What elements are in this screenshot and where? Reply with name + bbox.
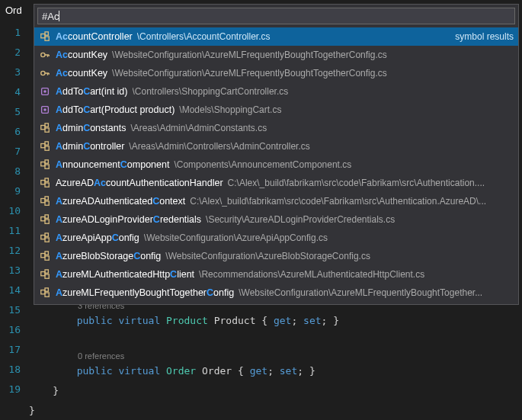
svg-rect-32 xyxy=(45,252,48,255)
class-icon xyxy=(39,195,51,207)
result-path: C:\Alex\_build\fabrikam\src\code\Fabrika… xyxy=(190,196,486,207)
result-path: \Controllers\ShoppingCartController.cs xyxy=(133,86,289,97)
svg-rect-33 xyxy=(41,272,45,276)
search-result-item[interactable]: AzureBlobStorageConfig\WebsiteConfigurat… xyxy=(34,247,518,265)
result-path: C:\Alex\_build\fabrikam\src\code\Fabrika… xyxy=(228,178,485,188)
code-line: public virtual Order Order { get; set; } xyxy=(25,361,522,381)
svg-rect-26 xyxy=(45,215,48,218)
svg-rect-15 xyxy=(41,162,45,166)
svg-rect-27 xyxy=(41,236,45,239)
result-path: \Areas\Admin\AdminConstants.cs xyxy=(130,123,267,133)
svg-rect-16 xyxy=(45,165,49,168)
svg-rect-19 xyxy=(45,183,49,187)
search-result-item[interactable]: AzureApiAppConfig\WebsiteConfiguration\A… xyxy=(34,229,518,247)
search-result-item[interactable]: AddToCart(Product product)\Models\Shoppi… xyxy=(34,101,518,119)
result-name: AccountKey xyxy=(56,68,107,79)
tab-label[interactable]: Ord xyxy=(5,5,22,16)
result-path: \WebsiteConfiguration\AzureApiAppConfig.… xyxy=(144,232,328,243)
line-number: 2 xyxy=(0,43,25,63)
class-icon xyxy=(39,30,51,43)
result-name: AzureADAccountAuthenticationHandler xyxy=(56,178,223,188)
result-name: AdminController xyxy=(56,141,124,152)
result-path: \WebsiteConfiguration\AzureMLFrequentlyB… xyxy=(112,68,387,79)
class-icon xyxy=(39,232,51,244)
result-path: \WebsiteConfiguration\AzureMLFrequentlyB… xyxy=(112,50,387,60)
navigate-to-popup: #Ac AccountController\Controllers\Accoun… xyxy=(34,4,519,305)
result-name: AzureADLoginProviderCredentials xyxy=(56,214,201,225)
search-result-item[interactable]: AdminConstants\Areas\Admin\AdminConstant… xyxy=(34,119,518,137)
svg-rect-22 xyxy=(45,201,49,205)
class-icon xyxy=(39,287,51,299)
svg-rect-29 xyxy=(45,233,48,236)
result-path: \Areas\Admin\Controllers\AdminController… xyxy=(129,141,309,152)
result-path: \Controllers\AccountController.cs xyxy=(137,31,271,42)
svg-rect-36 xyxy=(41,290,45,294)
result-path: \WebsiteConfiguration\AzureBlobStorageCo… xyxy=(165,251,370,261)
svg-rect-12 xyxy=(41,144,45,148)
code-line: } xyxy=(25,401,522,420)
result-path: \Recommendations\AzureMLAuthenticatedHtt… xyxy=(199,269,424,280)
class-icon xyxy=(39,177,51,189)
search-result-item[interactable]: AzureADAccountAuthenticationHandlerC:\Al… xyxy=(34,174,518,192)
key-icon xyxy=(39,49,51,61)
search-result-item[interactable]: AccountController\Controllers\AccountCon… xyxy=(34,27,518,46)
line-number: 10 xyxy=(0,201,25,221)
line-number: 1 xyxy=(0,23,25,43)
line-number: 7 xyxy=(0,142,25,162)
line-number: 18 xyxy=(0,360,25,380)
class-icon xyxy=(39,159,51,171)
key-icon xyxy=(39,67,51,79)
svg-rect-17 xyxy=(45,160,48,163)
svg-rect-28 xyxy=(45,238,49,242)
svg-point-8 xyxy=(43,108,46,111)
result-path: \Security\AzureADLoginProviderCredential… xyxy=(206,214,395,225)
svg-rect-37 xyxy=(45,293,49,297)
svg-rect-11 xyxy=(45,123,48,127)
line-number: 19 xyxy=(0,380,25,399)
symbol-results-label: symbol results xyxy=(449,31,514,42)
code-line: } xyxy=(25,381,522,401)
line-number: 4 xyxy=(0,82,25,102)
line-number: 3 xyxy=(0,63,25,82)
svg-rect-30 xyxy=(41,254,45,258)
result-path: \Components\AnnouncementComponent.cs xyxy=(174,159,351,170)
search-result-item[interactable]: AdminController\Areas\Admin\Controllers\… xyxy=(34,137,518,155)
search-result-item[interactable]: AddToCart(int id)\Controllers\ShoppingCa… xyxy=(34,82,518,101)
line-number: 17 xyxy=(0,340,25,360)
code-line: public virtual Product Product { get; se… xyxy=(25,311,522,331)
result-name: AzureADAuthenticatedContext xyxy=(56,196,185,207)
search-result-item[interactable]: AzureMLFrequentlyBoughtTogetherConfig\We… xyxy=(34,284,518,302)
search-result-item[interactable]: AzureADAuthenticatedContextC:\Alex\_buil… xyxy=(34,192,518,210)
svg-point-4 xyxy=(41,71,45,75)
class-icon xyxy=(39,268,51,281)
line-number: 6 xyxy=(0,122,25,142)
method-icon xyxy=(39,104,51,116)
class-icon xyxy=(39,250,51,262)
text-caret xyxy=(59,11,59,21)
svg-point-6 xyxy=(43,90,46,93)
codelens-references[interactable]: 0 references xyxy=(25,351,522,361)
svg-rect-20 xyxy=(45,178,48,181)
result-path: \Models\ShoppingCart.cs xyxy=(179,104,281,115)
svg-rect-2 xyxy=(45,32,48,35)
svg-rect-35 xyxy=(45,270,48,273)
search-result-item[interactable]: AccountKey\WebsiteConfiguration\AzureMLF… xyxy=(34,64,518,82)
svg-rect-14 xyxy=(45,142,48,145)
svg-rect-25 xyxy=(45,220,49,223)
svg-rect-38 xyxy=(45,288,48,291)
svg-rect-31 xyxy=(45,256,49,260)
line-number: 9 xyxy=(0,181,25,201)
search-input[interactable]: #Ac xyxy=(37,8,515,24)
search-result-item[interactable]: AnnouncementComponent\Components\Announc… xyxy=(34,155,518,174)
class-icon xyxy=(39,122,51,134)
result-name: AnnouncementComponent xyxy=(56,159,169,170)
method-icon xyxy=(39,85,51,98)
line-number: 15 xyxy=(0,300,25,320)
code-line xyxy=(25,331,522,351)
line-number: 11 xyxy=(0,221,25,241)
search-result-item[interactable]: AzureADLoginProviderCredentials\Security… xyxy=(34,210,518,229)
result-name: AddToCart(Product product) xyxy=(56,104,175,115)
search-result-item[interactable]: AccountKey\WebsiteConfiguration\AzureMLF… xyxy=(34,46,518,64)
search-result-item[interactable]: AzureMLAuthenticatedHttpClient\Recommend… xyxy=(34,265,518,284)
result-name: AdminConstants xyxy=(56,123,126,133)
